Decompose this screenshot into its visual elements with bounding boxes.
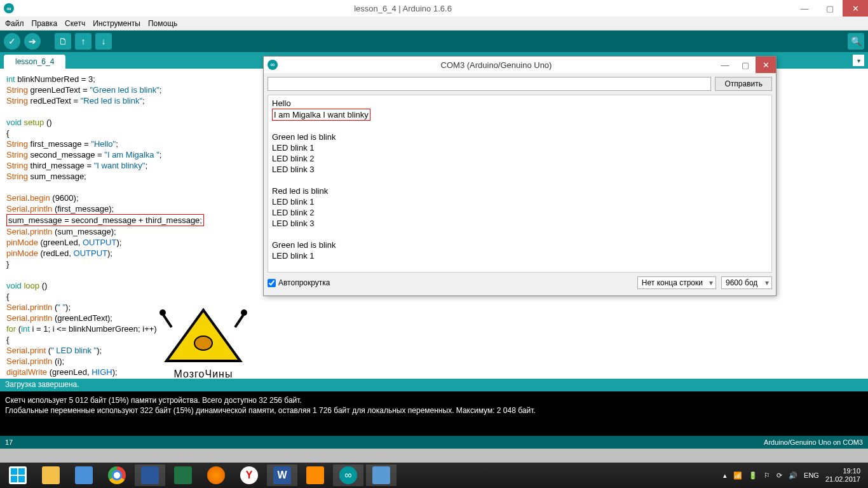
battery-icon[interactable]: 🔋 [749, 471, 757, 480]
serial-monitor-window: COM3 (Arduino/Genuino Uno) — ▢ ✕ Отправи… [263, 56, 776, 296]
yandex-icon[interactable]: Y [234, 464, 264, 486]
action-center-icon[interactable]: ⚐ [764, 471, 770, 480]
serial-titlebar: COM3 (Arduino/Genuino Uno) — ▢ ✕ [264, 57, 776, 73]
line-number: 17 [5, 438, 13, 446]
save-button[interactable]: ↓ [95, 33, 112, 50]
volume-icon[interactable]: 🔊 [789, 471, 797, 480]
window-title: lesson_6_4 | Arduino 1.6.6 [14, 4, 792, 13]
menu-sketch[interactable]: Скетч [65, 19, 85, 28]
mediaplayer-icon[interactable] [300, 464, 330, 486]
serial-input[interactable] [268, 77, 711, 91]
sync-icon[interactable]: ⟳ [776, 471, 782, 480]
status-bar: Загрузка завершена. [0, 379, 868, 391]
autoscroll-checkbox[interactable]: Автопрокрутка [268, 278, 330, 287]
serial-output[interactable]: Hello I am Migalka I want blinky Green l… [268, 95, 772, 273]
verify-button[interactable]: ✓ [4, 33, 20, 50]
word-icon[interactable]: W [267, 464, 297, 486]
start-button[interactable] [3, 464, 33, 486]
clock[interactable]: 19:10 21.02.2017 [825, 467, 860, 484]
arduino-taskbar-icon[interactable]: ∞ [333, 464, 363, 486]
menu-tools[interactable]: Инструменты [93, 19, 140, 28]
tab-dropdown-icon[interactable]: ▾ [853, 55, 864, 66]
excel-icon[interactable] [168, 464, 198, 486]
chrome-icon[interactable] [102, 464, 132, 486]
serial-minimize-button[interactable]: — [715, 57, 735, 73]
window-titlebar: lesson_6_4 | Arduino 1.6.6 — ▢ ✕ [0, 0, 868, 17]
highlighted-code-line: sum_message = second_message + third_mes… [6, 214, 204, 226]
serial-title: COM3 (Arduino/Genuino Uno) [278, 60, 715, 70]
arduino-logo-icon [268, 60, 278, 70]
firefox-icon[interactable] [201, 464, 231, 486]
windows-taskbar: Y W ∞ ▴ 📶 🔋 ⚐ ⟳ 🔊 ENG 19:10 21.02.2017 [0, 463, 868, 488]
footer-bar: 17 Arduino/Genuino Uno on COM3 [0, 436, 868, 449]
serial-send-button[interactable]: Отправить [715, 77, 772, 91]
maximize-button[interactable]: ▢ [817, 0, 843, 17]
open-button[interactable]: ↑ [75, 33, 92, 50]
board-port-label: Arduino/Genuino Uno on COM3 [764, 438, 863, 446]
new-button[interactable]: 🗋 [55, 33, 71, 50]
network-icon[interactable]: 📶 [733, 471, 742, 480]
menubar: Файл Правка Скетч Инструменты Помощь [0, 17, 868, 30]
toolbar: ✓ ➔ 🗋 ↑ ↓ 🔍 [0, 30, 868, 52]
build-console: Скетч использует 5 012 байт (15%) памяти… [0, 391, 868, 436]
upload-button[interactable]: ➔ [24, 33, 41, 50]
tab-sketch[interactable]: lesson_6_4 [4, 55, 65, 69]
serial-monitor-button[interactable]: 🔍 [848, 33, 864, 50]
menu-edit[interactable]: Правка [32, 19, 58, 28]
close-button[interactable]: ✕ [843, 0, 868, 17]
baud-select[interactable]: 9600 бод [721, 276, 772, 289]
line-ending-select[interactable]: Нет конца строки [637, 276, 716, 289]
language-indicator[interactable]: ENG [804, 471, 819, 479]
menu-help[interactable]: Помощь [148, 19, 177, 28]
paint-icon[interactable] [366, 464, 397, 486]
highlighted-output-line: I am Migalka I want blinky [272, 109, 370, 121]
arduino-logo-icon [4, 3, 14, 13]
calc-icon[interactable] [69, 464, 99, 486]
menu-file[interactable]: Файл [5, 19, 24, 28]
serial-maximize-button[interactable]: ▢ [735, 57, 756, 73]
system-tray[interactable]: ▴ 📶 🔋 ⚐ ⟳ 🔊 ENG 19:10 21.02.2017 [723, 467, 865, 484]
save-app-icon[interactable] [135, 464, 165, 486]
tray-up-icon[interactable]: ▴ [723, 471, 727, 480]
serial-close-button[interactable]: ✕ [756, 57, 776, 73]
explorer-icon[interactable] [36, 464, 66, 486]
minimize-button[interactable]: — [792, 0, 817, 17]
